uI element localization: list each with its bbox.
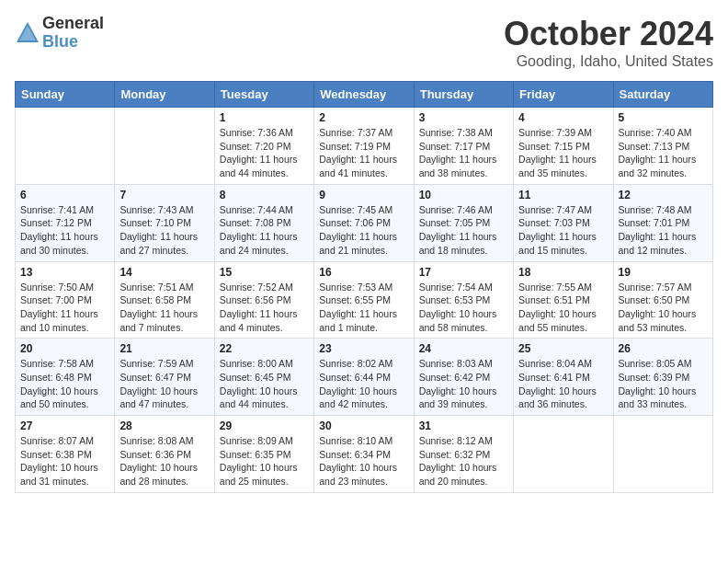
table-row: 13Sunrise: 7:50 AM Sunset: 7:00 PM Dayli… bbox=[16, 261, 115, 339]
table-row: 18Sunrise: 7:55 AM Sunset: 6:51 PM Dayli… bbox=[514, 261, 613, 339]
calendar-week-row: 1Sunrise: 7:36 AM Sunset: 7:20 PM Daylig… bbox=[16, 108, 713, 185]
day-number: 1 bbox=[220, 111, 309, 124]
calendar-week-row: 6Sunrise: 7:41 AM Sunset: 7:12 PM Daylig… bbox=[16, 184, 713, 261]
table-row bbox=[16, 108, 115, 185]
table-row: 3Sunrise: 7:38 AM Sunset: 7:17 PM Daylig… bbox=[414, 108, 513, 185]
day-number: 5 bbox=[619, 111, 708, 124]
table-row: 31Sunrise: 8:12 AM Sunset: 6:32 PM Dayli… bbox=[414, 416, 513, 493]
table-row: 10Sunrise: 7:46 AM Sunset: 7:05 PM Dayli… bbox=[414, 184, 513, 261]
day-number: 25 bbox=[518, 342, 608, 355]
day-number: 28 bbox=[119, 419, 209, 432]
calendar-week-row: 13Sunrise: 7:50 AM Sunset: 7:00 PM Dayli… bbox=[16, 261, 713, 339]
title-area: October 2024 Gooding, Idaho, United Stat… bbox=[504, 15, 713, 70]
table-row: 6Sunrise: 7:41 AM Sunset: 7:12 PM Daylig… bbox=[16, 184, 115, 261]
day-info: Sunrise: 7:58 AM Sunset: 6:48 PM Dayligh… bbox=[20, 357, 109, 411]
day-number: 26 bbox=[619, 342, 708, 355]
day-info: Sunrise: 7:38 AM Sunset: 7:17 PM Dayligh… bbox=[419, 126, 508, 180]
table-row: 29Sunrise: 8:09 AM Sunset: 6:35 PM Dayli… bbox=[214, 416, 313, 493]
day-info: Sunrise: 8:05 AM Sunset: 6:39 PM Dayligh… bbox=[619, 357, 708, 411]
day-info: Sunrise: 7:37 AM Sunset: 7:19 PM Dayligh… bbox=[319, 126, 408, 180]
table-row: 14Sunrise: 7:51 AM Sunset: 6:58 PM Dayli… bbox=[115, 261, 214, 339]
day-number: 13 bbox=[20, 266, 109, 279]
day-info: Sunrise: 8:00 AM Sunset: 6:45 PM Dayligh… bbox=[220, 357, 309, 411]
table-row: 11Sunrise: 7:47 AM Sunset: 7:03 PM Dayli… bbox=[514, 184, 613, 261]
table-row: 8Sunrise: 7:44 AM Sunset: 7:08 PM Daylig… bbox=[214, 184, 313, 261]
day-info: Sunrise: 7:41 AM Sunset: 7:12 PM Dayligh… bbox=[20, 203, 109, 258]
day-number: 8 bbox=[220, 189, 309, 201]
day-info: Sunrise: 8:02 AM Sunset: 6:44 PM Dayligh… bbox=[319, 357, 408, 411]
calendar-table: Sunday Monday Tuesday Wednesday Thursday… bbox=[15, 81, 713, 493]
day-info: Sunrise: 7:46 AM Sunset: 7:05 PM Dayligh… bbox=[419, 203, 508, 258]
day-number: 2 bbox=[319, 111, 408, 124]
page-header: General Blue October 2024 Gooding, Idaho… bbox=[15, 15, 713, 70]
logo-text: General Blue bbox=[42, 15, 104, 52]
table-row: 21Sunrise: 7:59 AM Sunset: 6:47 PM Dayli… bbox=[115, 339, 214, 416]
table-row: 20Sunrise: 7:58 AM Sunset: 6:48 PM Dayli… bbox=[16, 339, 115, 416]
day-number: 17 bbox=[419, 266, 508, 279]
logo: General Blue bbox=[15, 15, 104, 52]
logo-general-text: General bbox=[42, 15, 104, 33]
day-info: Sunrise: 7:40 AM Sunset: 7:13 PM Dayligh… bbox=[619, 126, 708, 180]
day-number: 23 bbox=[319, 342, 408, 355]
day-number: 10 bbox=[419, 189, 508, 201]
day-info: Sunrise: 8:12 AM Sunset: 6:32 PM Dayligh… bbox=[419, 434, 508, 488]
table-row: 15Sunrise: 7:52 AM Sunset: 6:56 PM Dayli… bbox=[214, 261, 313, 339]
day-info: Sunrise: 8:04 AM Sunset: 6:41 PM Dayligh… bbox=[518, 357, 608, 411]
table-row: 9Sunrise: 7:45 AM Sunset: 7:06 PM Daylig… bbox=[314, 184, 414, 261]
col-friday: Friday bbox=[514, 82, 613, 108]
day-info: Sunrise: 8:09 AM Sunset: 6:35 PM Dayligh… bbox=[220, 434, 309, 488]
col-thursday: Thursday bbox=[414, 82, 513, 108]
day-info: Sunrise: 7:54 AM Sunset: 6:53 PM Dayligh… bbox=[419, 281, 508, 335]
day-number: 22 bbox=[220, 342, 309, 355]
day-number: 24 bbox=[419, 342, 508, 355]
table-row: 22Sunrise: 8:00 AM Sunset: 6:45 PM Dayli… bbox=[214, 339, 313, 416]
day-number: 12 bbox=[619, 189, 708, 201]
day-info: Sunrise: 7:50 AM Sunset: 7:00 PM Dayligh… bbox=[20, 281, 109, 335]
table-row: 12Sunrise: 7:48 AM Sunset: 7:01 PM Dayli… bbox=[613, 184, 712, 261]
col-sunday: Sunday bbox=[16, 82, 115, 108]
day-number: 31 bbox=[419, 419, 508, 432]
calendar-week-row: 27Sunrise: 8:07 AM Sunset: 6:38 PM Dayli… bbox=[16, 416, 713, 493]
calendar-header-row: Sunday Monday Tuesday Wednesday Thursday… bbox=[16, 82, 713, 108]
day-number: 21 bbox=[119, 342, 209, 355]
col-tuesday: Tuesday bbox=[214, 82, 313, 108]
month-title: October 2024 bbox=[504, 15, 713, 53]
day-info: Sunrise: 7:43 AM Sunset: 7:10 PM Dayligh… bbox=[119, 203, 209, 258]
day-number: 3 bbox=[419, 111, 508, 124]
table-row: 23Sunrise: 8:02 AM Sunset: 6:44 PM Dayli… bbox=[314, 339, 414, 416]
day-number: 27 bbox=[20, 419, 109, 432]
day-info: Sunrise: 7:48 AM Sunset: 7:01 PM Dayligh… bbox=[619, 203, 708, 258]
day-number: 16 bbox=[319, 266, 408, 279]
table-row: 19Sunrise: 7:57 AM Sunset: 6:50 PM Dayli… bbox=[613, 261, 712, 339]
day-info: Sunrise: 8:08 AM Sunset: 6:36 PM Dayligh… bbox=[119, 434, 209, 488]
day-number: 11 bbox=[518, 189, 608, 201]
table-row: 16Sunrise: 7:53 AM Sunset: 6:55 PM Dayli… bbox=[314, 261, 414, 339]
day-info: Sunrise: 7:55 AM Sunset: 6:51 PM Dayligh… bbox=[518, 281, 608, 335]
col-wednesday: Wednesday bbox=[314, 82, 414, 108]
table-row: 2Sunrise: 7:37 AM Sunset: 7:19 PM Daylig… bbox=[314, 108, 414, 185]
day-number: 20 bbox=[20, 342, 109, 355]
day-number: 9 bbox=[319, 189, 408, 201]
day-info: Sunrise: 8:07 AM Sunset: 6:38 PM Dayligh… bbox=[20, 434, 109, 488]
day-info: Sunrise: 7:59 AM Sunset: 6:47 PM Dayligh… bbox=[119, 357, 209, 411]
day-info: Sunrise: 7:51 AM Sunset: 6:58 PM Dayligh… bbox=[119, 281, 209, 335]
table-row: 4Sunrise: 7:39 AM Sunset: 7:15 PM Daylig… bbox=[514, 108, 613, 185]
day-info: Sunrise: 7:36 AM Sunset: 7:20 PM Dayligh… bbox=[220, 126, 309, 180]
day-number: 7 bbox=[119, 189, 209, 201]
col-monday: Monday bbox=[115, 82, 214, 108]
logo-icon bbox=[15, 20, 40, 46]
day-number: 29 bbox=[220, 419, 309, 432]
table-row: 1Sunrise: 7:36 AM Sunset: 7:20 PM Daylig… bbox=[214, 108, 313, 185]
day-info: Sunrise: 7:53 AM Sunset: 6:55 PM Dayligh… bbox=[319, 281, 408, 335]
col-saturday: Saturday bbox=[613, 82, 712, 108]
day-info: Sunrise: 7:47 AM Sunset: 7:03 PM Dayligh… bbox=[518, 203, 608, 258]
day-info: Sunrise: 7:57 AM Sunset: 6:50 PM Dayligh… bbox=[619, 281, 708, 335]
table-row: 27Sunrise: 8:07 AM Sunset: 6:38 PM Dayli… bbox=[16, 416, 115, 493]
day-number: 4 bbox=[518, 111, 608, 124]
table-row: 5Sunrise: 7:40 AM Sunset: 7:13 PM Daylig… bbox=[613, 108, 712, 185]
table-row bbox=[514, 416, 613, 493]
day-info: Sunrise: 7:39 AM Sunset: 7:15 PM Dayligh… bbox=[518, 126, 608, 180]
day-info: Sunrise: 7:52 AM Sunset: 6:56 PM Dayligh… bbox=[220, 281, 309, 335]
day-number: 6 bbox=[20, 189, 109, 201]
table-row: 25Sunrise: 8:04 AM Sunset: 6:41 PM Dayli… bbox=[514, 339, 613, 416]
